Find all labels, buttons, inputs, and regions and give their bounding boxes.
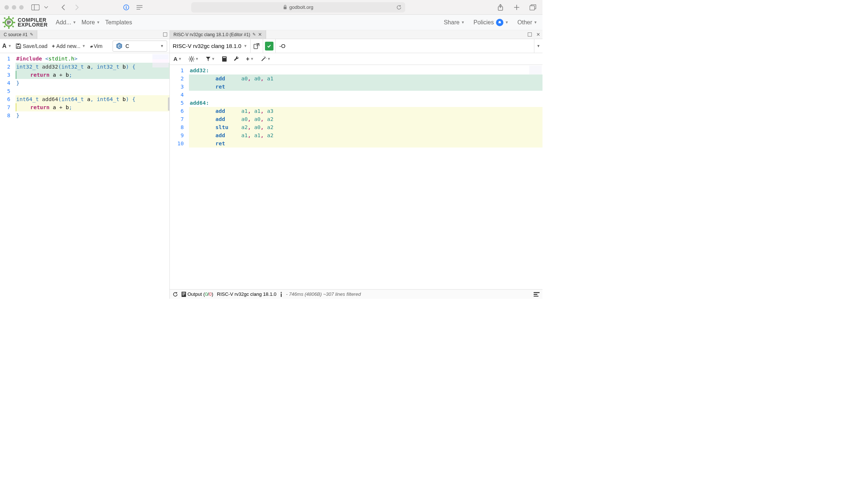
- app-header: COMPILER EXPLORER Add...▼ More▼ Template…: [0, 15, 542, 30]
- svg-rect-0: [32, 4, 39, 10]
- c-language-icon: C: [116, 43, 123, 49]
- maximize-pane-icon[interactable]: [161, 30, 169, 39]
- svg-line-37: [189, 60, 190, 61]
- open-external-button[interactable]: [251, 39, 263, 53]
- reader-icon[interactable]: [134, 2, 145, 13]
- recompile-button[interactable]: [173, 292, 178, 297]
- caret-down-icon: ▼: [250, 57, 254, 61]
- minimize-window-icon[interactable]: [12, 5, 16, 10]
- tab-source-1[interactable]: C source #1 ✎: [0, 30, 37, 39]
- flags-dropdown[interactable]: ▼: [534, 44, 542, 48]
- font-size-button[interactable]: A▼: [173, 56, 182, 62]
- svg-rect-7: [137, 9, 140, 10]
- plus-icon: +: [246, 56, 249, 62]
- asm-code[interactable]: add32: add a0, a0, a1 ret add64: add a1,…: [187, 65, 542, 289]
- svg-rect-6: [137, 7, 142, 8]
- svg-rect-17: [12, 25, 14, 27]
- svg-rect-50: [534, 292, 540, 293]
- close-pane-icon[interactable]: ✕: [534, 30, 542, 39]
- add-new-label: Add new...: [56, 43, 80, 49]
- sidebar-dropdown-icon[interactable]: [44, 2, 49, 13]
- pencil-icon[interactable]: ✎: [30, 32, 33, 37]
- nav-more[interactable]: More▼: [81, 17, 101, 28]
- url-bar[interactable]: godbolt.org: [191, 2, 405, 13]
- toggle-view-button[interactable]: [534, 292, 540, 297]
- filter-button[interactable]: ▼: [206, 56, 215, 62]
- maximize-pane-icon[interactable]: [526, 30, 534, 39]
- reload-icon[interactable]: [396, 5, 402, 10]
- nav-other-label: Other: [517, 19, 532, 26]
- wrench-icon: [234, 56, 240, 62]
- caret-down-icon: ▼: [244, 44, 247, 48]
- svg-line-35: [193, 60, 194, 61]
- nav-add[interactable]: Add...▼: [55, 17, 77, 28]
- svg-rect-22: [7, 22, 11, 23]
- maximize-window-icon[interactable]: [19, 5, 24, 10]
- nav-templates[interactable]: Templates: [104, 17, 133, 28]
- svg-rect-13: [8, 27, 10, 28]
- overrides-button[interactable]: ▼: [261, 56, 271, 62]
- close-icon[interactable]: ✕: [258, 32, 262, 37]
- save-load-label: Save/Load: [23, 43, 47, 49]
- new-tab-icon[interactable]: [512, 2, 522, 13]
- minimap[interactable]: [152, 54, 169, 67]
- close-window-icon[interactable]: [4, 5, 9, 10]
- compile-status[interactable]: [263, 39, 276, 53]
- url-text: godbolt.org: [289, 4, 313, 10]
- options-button[interactable]: ▼: [189, 56, 199, 62]
- asm-line: ret: [189, 83, 542, 91]
- split-handle[interactable]: [168, 97, 169, 111]
- caret-down-icon: ▼: [505, 20, 509, 24]
- svg-line-36: [193, 57, 194, 58]
- svg-point-41: [265, 57, 266, 58]
- info-button[interactable]: [280, 292, 282, 297]
- pencil-icon[interactable]: ✎: [252, 32, 256, 37]
- sidebar-toggle-button[interactable]: [30, 2, 41, 13]
- asm-toolbar: A▼ ▼ ▼ +▼ ▼: [170, 53, 542, 65]
- nav-policies[interactable]: Policies▼: [473, 17, 509, 28]
- tabs-icon[interactable]: [528, 2, 538, 13]
- svg-point-48: [280, 292, 282, 293]
- compiler-select[interactable]: RISC-V rv32gc clang 18.1.0 ▼: [170, 39, 251, 53]
- font-size-button[interactable]: A ▼: [2, 43, 11, 49]
- tools-button[interactable]: [234, 56, 240, 62]
- minimap[interactable]: [529, 66, 542, 74]
- save-load-button[interactable]: Save/Load: [16, 43, 47, 49]
- vim-button[interactable]: 𝓋 Vim: [90, 43, 103, 49]
- nav-other[interactable]: Other▼: [517, 17, 538, 28]
- output-button[interactable]: Output (0/0): [182, 291, 213, 297]
- caret-down-icon: ▼: [73, 20, 76, 24]
- svg-rect-5: [137, 5, 142, 6]
- privacy-icon[interactable]: [121, 2, 131, 13]
- asm-line: ret: [189, 139, 542, 148]
- svg-rect-3: [126, 6, 127, 7]
- window-traffic-lights: [4, 5, 24, 10]
- add-view-button[interactable]: +▼: [246, 56, 254, 62]
- share-icon[interactable]: [495, 2, 506, 13]
- language-select[interactable]: C C ▼: [113, 41, 167, 52]
- svg-rect-28: [254, 44, 258, 49]
- source-editor[interactable]: 12345678 #include <stdint.h> int32_t add…: [0, 53, 169, 299]
- plus-icon: +: [52, 43, 55, 49]
- tab-compiler-1[interactable]: RISC-V rv32gc clang 18.1.0 (Editor #1) ✎…: [170, 30, 266, 39]
- add-new-button[interactable]: + Add new... ▼: [52, 43, 85, 49]
- asm-editor[interactable]: 12345678910 add32: add a0, a0, a1 ret ad…: [170, 65, 542, 289]
- compiler-flags-input[interactable]: -O: [276, 39, 534, 53]
- svg-rect-39: [223, 57, 226, 58]
- timing-label: - 746ms (4806B) ~307 lines filtered: [286, 291, 361, 297]
- svg-rect-18: [12, 17, 14, 19]
- code-line: [16, 87, 169, 95]
- output-label: Output: [187, 291, 202, 297]
- libraries-button[interactable]: [222, 56, 227, 62]
- back-button[interactable]: [58, 2, 69, 13]
- svg-rect-26: [17, 44, 19, 45]
- nav-share[interactable]: Share▼: [443, 17, 465, 28]
- gear-icon: [189, 56, 194, 62]
- svg-rect-25: [17, 46, 20, 48]
- forward-button[interactable]: [72, 2, 82, 13]
- caret-down-icon: ▼: [267, 57, 271, 61]
- source-code[interactable]: #include <stdint.h> int32_t add32(int32_…: [13, 53, 169, 299]
- status-compiler-label: RISC-V rv32gc clang 18.1.0: [217, 291, 276, 297]
- app-logo[interactable]: COMPILER EXPLORER: [2, 16, 48, 29]
- caret-down-icon: ▼: [195, 57, 199, 61]
